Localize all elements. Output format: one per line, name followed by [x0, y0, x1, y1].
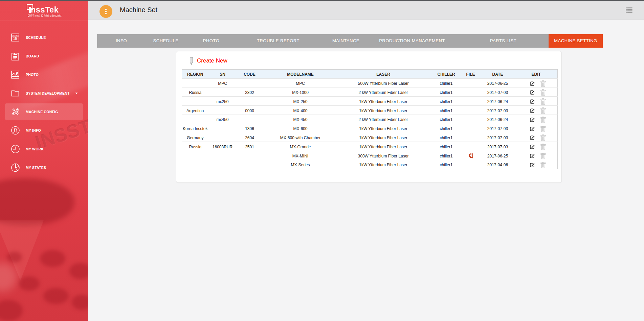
svg-text:15: 15 — [13, 36, 17, 41]
